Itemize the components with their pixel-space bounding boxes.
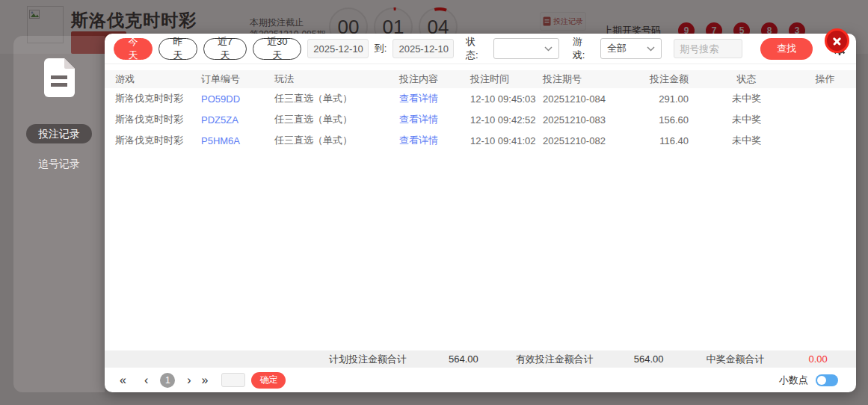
win-total-label: 中奖金额合计 <box>707 353 765 366</box>
sidebar-item-chase-records[interactable]: 追号记录 <box>26 154 92 173</box>
cell-play-type: 任三直选（单式） <box>274 92 399 105</box>
cell-bet-time: 12-10 09:41:02 <box>470 135 543 146</box>
col-status: 状态 <box>689 72 804 86</box>
col-bet-time: 投注时间 <box>470 72 543 86</box>
cell-status: 未中奖 <box>689 134 804 147</box>
pagination-bar: « ‹ 1 › » 确定 小数点 <box>105 368 856 392</box>
sidebar-item-bet-records[interactable]: 投注记录 <box>26 124 92 143</box>
game-label: 游戏: <box>573 35 593 62</box>
valid-total-label: 有效投注金额合计 <box>516 353 594 366</box>
filter-bar: 今天 昨天 近7天 近30天 2025-12-10 到: 2025-12-10 … <box>105 34 856 64</box>
col-action: 操作 <box>804 72 846 86</box>
cell-status: 未中奖 <box>689 92 804 105</box>
cell-bet-period: 20251210-082 <box>543 135 632 146</box>
table-row: 斯洛伐克时时彩 PDZ5ZA 任三直选（单式） 查看详情 12-10 09:42… <box>105 109 856 130</box>
date-to-input[interactable]: 2025-12-10 <box>393 39 453 58</box>
order-id-link[interactable]: PO59DD <box>201 93 274 105</box>
order-id-link[interactable]: PDZ5ZA <box>201 114 274 126</box>
decimal-point-toggle[interactable] <box>816 374 838 386</box>
decimal-point-label: 小数点 <box>779 374 808 387</box>
cell-bet-period: 20251210-083 <box>543 114 632 126</box>
cell-game: 斯洛伐克时时彩 <box>115 113 201 126</box>
chevron-down-icon <box>544 46 552 52</box>
status-select[interactable] <box>493 38 559 59</box>
game-select[interactable]: 全部 <box>600 38 662 59</box>
screen: 斯洛伐克时时彩 本期投注截止 第20251210-085期 00 01 04 <box>0 0 868 405</box>
col-bet-content: 投注内容 <box>399 72 470 86</box>
first-page-icon[interactable]: « <box>120 374 126 386</box>
last-page-icon[interactable]: » <box>202 374 209 386</box>
plan-total-value: 564.00 <box>449 353 478 365</box>
date-from-input[interactable]: 2025-12-10 <box>307 39 368 58</box>
confirm-page-button[interactable]: 确定 <box>251 372 286 389</box>
next-page-icon[interactable]: › <box>187 374 191 386</box>
quick-filter-30days[interactable]: 近30天 <box>253 38 301 60</box>
cell-bet-time: 12-10 09:45:03 <box>470 93 543 105</box>
game-select-value: 全部 <box>607 42 627 55</box>
table-row: 斯洛伐克时时彩 P5HM6A 任三直选（单式） 查看详情 12-10 09:41… <box>105 130 856 151</box>
status-label: 状态: <box>466 35 486 62</box>
current-page-badge[interactable]: 1 <box>160 373 175 388</box>
col-play-type: 玩法 <box>274 72 399 86</box>
quick-filter-yesterday[interactable]: 昨天 <box>158 38 197 60</box>
cell-bet-amount: 291.00 <box>632 93 689 105</box>
quick-filter-7days[interactable]: 近7天 <box>203 38 247 60</box>
cell-game: 斯洛伐克时时彩 <box>115 134 201 147</box>
table-empty-space <box>105 151 856 350</box>
cell-status: 未中奖 <box>689 113 804 126</box>
chevron-down-icon <box>647 46 655 52</box>
cell-play-type: 任三直选（单式） <box>274 113 399 126</box>
col-game: 游戏 <box>115 72 201 86</box>
cell-bet-amount: 116.40 <box>632 135 689 146</box>
date-to-label: 到: <box>375 42 387 55</box>
table-body: 斯洛伐克时时彩 PO59DD 任三直选（单式） 查看详情 12-10 09:45… <box>105 88 856 151</box>
col-bet-amount: 投注金额 <box>632 72 689 86</box>
cell-play-type: 任三直选（单式） <box>274 134 399 147</box>
bet-records-modal: 今天 昨天 近7天 近30天 2025-12-10 到: 2025-12-10 … <box>105 34 856 392</box>
record-side-menu: 投注记录 追号记录 <box>13 36 105 392</box>
view-details-link[interactable]: 查看详情 <box>399 113 470 126</box>
search-button[interactable]: 查找 <box>760 38 813 60</box>
valid-total-value: 564.00 <box>634 353 664 365</box>
view-details-link[interactable]: 查看详情 <box>399 134 470 147</box>
toggle-knob <box>817 376 826 385</box>
page-number-input[interactable] <box>221 373 245 387</box>
plan-total-label: 计划投注金额合计 <box>329 353 407 366</box>
summary-bar: 计划投注金额合计 564.00 有效投注金额合计 564.00 中奖金额合计 0… <box>105 350 856 368</box>
quick-filter-today[interactable]: 今天 <box>114 38 153 60</box>
period-search-input[interactable] <box>674 39 742 58</box>
cell-bet-time: 12-10 09:42:52 <box>470 114 543 126</box>
table-row: 斯洛伐克时时彩 PO59DD 任三直选（单式） 查看详情 12-10 09:45… <box>105 88 856 109</box>
view-details-link[interactable]: 查看详情 <box>399 92 470 105</box>
col-bet-period: 投注期号 <box>543 72 632 86</box>
close-modal-button[interactable] <box>825 28 849 53</box>
cell-bet-period: 20251210-084 <box>543 93 632 105</box>
prev-page-icon[interactable]: ‹ <box>144 374 148 386</box>
col-order-id: 订单编号 <box>201 72 274 86</box>
table-header-row: 游戏 订单编号 玩法 投注内容 投注时间 投注期号 投注金额 状态 操作 <box>105 70 856 88</box>
win-total-value: 0.00 <box>809 353 828 365</box>
cell-game: 斯洛伐克时时彩 <box>115 92 201 105</box>
records-document-icon <box>43 58 75 100</box>
cell-bet-amount: 156.60 <box>632 114 689 126</box>
order-id-link[interactable]: P5HM6A <box>201 135 274 146</box>
